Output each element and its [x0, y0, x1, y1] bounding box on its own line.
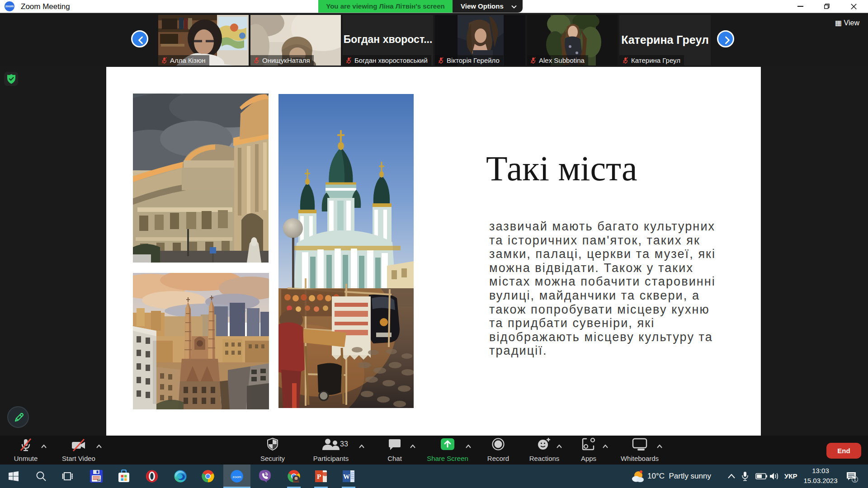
svg-text:W: W: [343, 473, 350, 480]
svg-text:P: P: [317, 473, 321, 480]
svg-text:1: 1: [854, 478, 856, 482]
svg-text:zoom: zoom: [232, 475, 241, 479]
svg-text:64: 64: [97, 479, 101, 482]
